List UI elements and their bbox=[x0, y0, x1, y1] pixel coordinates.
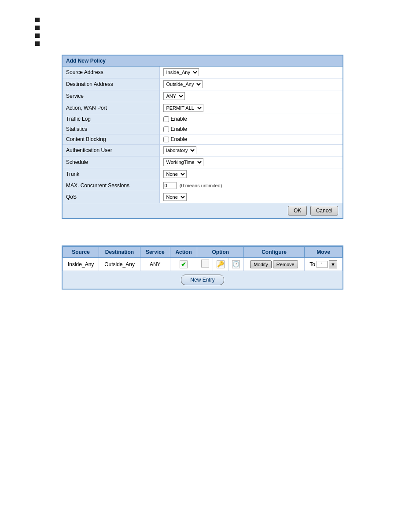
destination-address-label: Destination Address bbox=[63, 78, 159, 90]
content-blocking-cell: Enable bbox=[159, 134, 343, 145]
col-destination: Destination bbox=[99, 247, 140, 258]
bullet-item-2 bbox=[35, 26, 402, 30]
add-new-policy-title: Add New Policy bbox=[66, 58, 106, 64]
bullet-item-3 bbox=[35, 33, 402, 38]
qos-cell: None bbox=[159, 191, 343, 203]
service-select[interactable]: ANY bbox=[163, 92, 185, 100]
max-sessions-input[interactable] bbox=[163, 182, 177, 189]
trunk-label: Trunk bbox=[63, 168, 159, 180]
destination-address-row: Destination Address Outside_Any bbox=[63, 78, 343, 90]
auth-user-label: Authentication User bbox=[63, 145, 159, 156]
option-key-box: 🔑 bbox=[217, 260, 225, 268]
form-footer: OK Cancel bbox=[63, 203, 343, 218]
qos-label: QoS bbox=[63, 191, 159, 203]
trunk-cell: None bbox=[159, 168, 343, 180]
policy-list-container: Source Destination Service Action Option… bbox=[62, 245, 343, 290]
auth-user-row: Authentication User laboratory bbox=[63, 145, 343, 156]
trunk-row: Trunk None bbox=[63, 168, 343, 180]
cancel-button[interactable]: Cancel bbox=[310, 206, 338, 215]
clock-icon: 🕐 bbox=[232, 261, 239, 268]
bullet-square-2 bbox=[35, 26, 40, 30]
page-wrapper: Add New Policy Source Address Inside_Any… bbox=[0, 0, 420, 298]
option-clock-box: 🕐 bbox=[232, 260, 240, 268]
row1-destination: Outside_Any bbox=[99, 258, 140, 271]
col-source: Source bbox=[63, 247, 99, 258]
row1-option2: 🔑 bbox=[213, 258, 228, 271]
trunk-select[interactable]: None bbox=[163, 170, 187, 178]
source-address-label: Source Address bbox=[63, 67, 159, 78]
policy-row-1: Inside_Any Outside_Any ANY ✔ 🔑 bbox=[63, 258, 343, 271]
key-icon: 🔑 bbox=[217, 261, 224, 268]
row1-source: Inside_Any bbox=[63, 258, 99, 271]
new-entry-footer: New Entry bbox=[63, 271, 343, 289]
row1-service: ANY bbox=[140, 258, 170, 271]
bullet-square-4 bbox=[35, 41, 40, 46]
qos-row: QoS None bbox=[63, 191, 343, 203]
max-sessions-label: MAX. Concurrent Sessions bbox=[63, 180, 159, 191]
traffic-log-row: Traffic Log Enable bbox=[63, 114, 343, 124]
auth-user-select[interactable]: laboratory bbox=[163, 146, 196, 154]
action-wan-select[interactable]: PERMIT ALL bbox=[163, 104, 203, 112]
traffic-log-enable-group: Enable bbox=[163, 116, 339, 122]
destination-address-select[interactable]: Outside_Any bbox=[163, 80, 203, 88]
schedule-cell: WorkingTime bbox=[159, 156, 343, 168]
policy-list-table: Source Destination Service Action Option… bbox=[63, 246, 343, 271]
destination-address-cell: Outside_Any bbox=[159, 78, 343, 90]
statistics-enable-group: Enable bbox=[163, 126, 339, 132]
service-cell: ANY bbox=[159, 90, 343, 102]
action-wan-cell: PERMIT ALL bbox=[159, 102, 343, 114]
row1-action: ✔ bbox=[170, 258, 197, 271]
statistics-row: Statistics Enable bbox=[63, 124, 343, 134]
bullet-square-1 bbox=[35, 18, 40, 22]
source-address-select[interactable]: Inside_Any bbox=[163, 68, 199, 76]
bullet-square-3 bbox=[35, 33, 40, 38]
traffic-log-checkbox[interactable] bbox=[163, 116, 169, 122]
max-sessions-cell: (0:means unlimited) bbox=[159, 180, 343, 191]
remove-button[interactable]: Remove bbox=[273, 260, 298, 268]
schedule-select[interactable]: WorkingTime bbox=[163, 158, 203, 166]
col-service: Service bbox=[140, 247, 170, 258]
row1-configure: Modify Remove bbox=[244, 258, 305, 271]
content-blocking-enable-label: Enable bbox=[171, 136, 187, 142]
new-entry-button[interactable]: New Entry bbox=[181, 275, 224, 285]
bullet-item-4 bbox=[35, 41, 402, 46]
row1-option3: 🕐 bbox=[228, 258, 243, 271]
content-blocking-checkbox[interactable] bbox=[163, 137, 169, 142]
checkmark-icon: ✔ bbox=[181, 261, 186, 268]
content-blocking-label: Content Blocking bbox=[63, 134, 159, 145]
col-option: Option bbox=[197, 247, 244, 258]
move-arrow-button[interactable]: ▼ bbox=[329, 260, 337, 268]
source-address-cell: Inside_Any bbox=[159, 67, 343, 78]
unlimited-note: (0:means unlimited) bbox=[180, 183, 222, 188]
move-group: To ▼ bbox=[307, 260, 339, 268]
service-row: Service ANY bbox=[63, 90, 343, 102]
schedule-row: Schedule WorkingTime bbox=[63, 156, 343, 168]
content-blocking-row: Content Blocking Enable bbox=[63, 134, 343, 145]
traffic-log-cell: Enable bbox=[159, 114, 343, 124]
move-input[interactable] bbox=[317, 261, 328, 268]
add-new-policy-container: Add New Policy Source Address Inside_Any… bbox=[62, 55, 343, 219]
col-action: Action bbox=[170, 247, 197, 258]
bullet-list bbox=[35, 18, 402, 46]
policy-form-table: Source Address Inside_Any Destination Ad… bbox=[63, 67, 343, 203]
row1-option1 bbox=[197, 258, 213, 271]
move-to-label: To bbox=[309, 261, 315, 268]
ok-button[interactable]: OK bbox=[288, 206, 307, 215]
bullet-item-1 bbox=[35, 18, 402, 22]
policy-list-header-row: Source Destination Service Action Option… bbox=[63, 247, 343, 258]
source-address-row: Source Address Inside_Any bbox=[63, 67, 343, 78]
action-wan-label: Action, WAN Port bbox=[63, 102, 159, 114]
action-checkmark-box: ✔ bbox=[180, 260, 188, 268]
configure-group: Modify Remove bbox=[247, 260, 302, 268]
col-configure: Configure bbox=[244, 247, 305, 258]
auth-user-cell: laboratory bbox=[159, 145, 343, 156]
row1-move: To ▼ bbox=[305, 258, 343, 271]
statistics-checkbox[interactable] bbox=[163, 126, 169, 132]
col-move: Move bbox=[305, 247, 343, 258]
statistics-label: Statistics bbox=[63, 124, 159, 134]
service-label: Service bbox=[63, 90, 159, 102]
modify-button[interactable]: Modify bbox=[250, 260, 271, 268]
qos-select[interactable]: None bbox=[163, 193, 187, 201]
content-blocking-enable-group: Enable bbox=[163, 136, 339, 142]
action-wan-row: Action, WAN Port PERMIT ALL bbox=[63, 102, 343, 114]
